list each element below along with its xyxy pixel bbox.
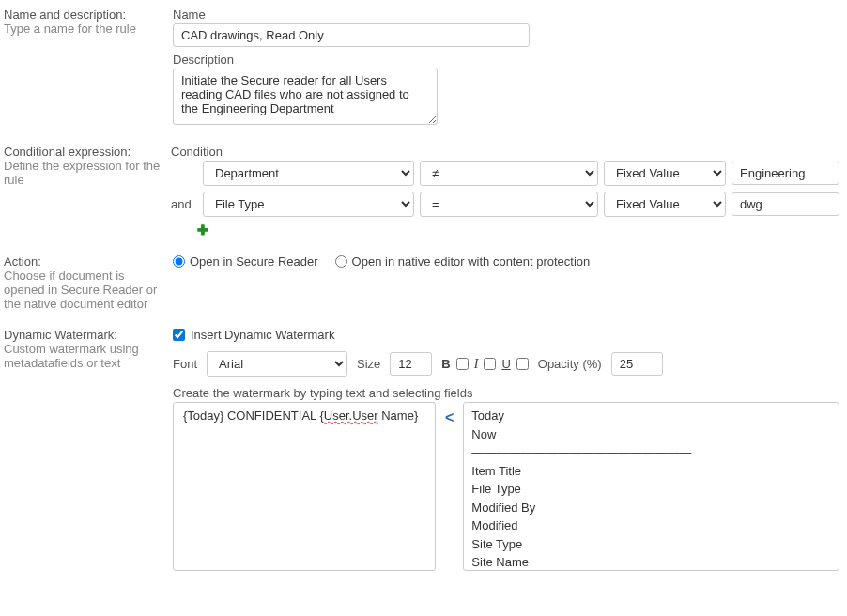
value-type-select[interactable]: Fixed Value: [604, 161, 726, 186]
and-label: and: [171, 197, 197, 211]
opacity-label: Opacity (%): [538, 357, 602, 371]
size-label: Size: [357, 357, 380, 371]
radio-label: Open in native editor with content prote…: [352, 254, 591, 269]
section-subtitle: Define the expression for the rule: [4, 159, 162, 187]
bold-label: B: [441, 357, 450, 371]
section-title: Action:: [4, 254, 163, 269]
radio-native-editor[interactable]: Open in native editor with content prote…: [335, 254, 591, 269]
underline-label: U: [501, 357, 510, 371]
list-item[interactable]: Site Name: [471, 553, 831, 571]
section-subtitle: Custom watermark using metadatafields or…: [4, 342, 163, 370]
font-select[interactable]: Arial: [207, 351, 347, 377]
list-item[interactable]: File Type: [471, 480, 831, 499]
condition-row: Department ≠ Fixed Value: [171, 161, 839, 186]
condition-row: and File Type = Fixed Value: [171, 192, 839, 217]
bold-checkbox[interactable]: [456, 358, 469, 370]
section-name-description: Name and description: Type a name for th…: [4, 8, 839, 128]
description-label: Description: [173, 53, 839, 67]
size-input[interactable]: [390, 352, 432, 376]
name-input[interactable]: [173, 23, 530, 47]
list-item[interactable]: Item Title: [471, 462, 831, 481]
section-watermark: Dynamic Watermark: Custom watermark usin…: [4, 328, 839, 571]
field-list[interactable]: Today Now —————————————————— Item Title …: [463, 402, 839, 571]
radio-label: Open in Secure Reader: [190, 254, 318, 269]
condition-label: Condition: [171, 145, 839, 159]
radio-secure-reader[interactable]: Open in Secure Reader: [173, 254, 318, 269]
font-label: Font: [173, 357, 197, 371]
radio-input[interactable]: [173, 255, 185, 268]
watermark-text-input[interactable]: {Today} CONFIDENTIAL {User.User Name}: [173, 402, 436, 571]
value-input[interactable]: [732, 192, 839, 216]
list-item[interactable]: Site Type: [471, 535, 831, 554]
list-item[interactable]: Today: [471, 407, 831, 425]
attribute-select[interactable]: File Type: [203, 192, 414, 217]
add-condition-icon[interactable]: ✚: [197, 223, 839, 238]
italic-label: I: [474, 357, 479, 372]
insert-watermark-checkbox[interactable]: [173, 329, 185, 341]
section-subtitle: Type a name for the rule: [4, 22, 163, 36]
section-title: Dynamic Watermark:: [4, 328, 163, 342]
insert-field-button[interactable]: <: [441, 409, 457, 426]
operator-select[interactable]: ≠: [420, 161, 598, 186]
section-conditional: Conditional expression: Define the expre…: [4, 145, 839, 238]
list-divider: ——————————————————: [471, 443, 831, 462]
italic-checkbox[interactable]: [484, 358, 496, 370]
list-item[interactable]: Modified: [471, 516, 831, 535]
value-type-select[interactable]: Fixed Value: [604, 192, 726, 217]
underline-checkbox[interactable]: [516, 358, 529, 370]
operator-select[interactable]: =: [420, 192, 598, 217]
section-subtitle: Choose if document is opened in Secure R…: [4, 269, 163, 311]
list-item[interactable]: Now: [471, 425, 831, 444]
attribute-select[interactable]: Department: [203, 161, 414, 186]
opacity-input[interactable]: [611, 352, 663, 376]
watermark-instruct-label: Create the watermark by typing text and …: [173, 386, 839, 400]
description-input[interactable]: Initiate the Secure reader for all Users…: [173, 69, 438, 125]
section-title: Conditional expression:: [4, 145, 162, 159]
insert-watermark-label: Insert Dynamic Watermark: [191, 328, 334, 342]
radio-input[interactable]: [335, 255, 347, 268]
list-item[interactable]: Modified By: [471, 499, 831, 517]
section-title: Name and description:: [4, 8, 163, 22]
section-action: Action: Choose if document is opened in …: [4, 254, 839, 311]
value-input[interactable]: [732, 162, 839, 185]
name-label: Name: [173, 8, 839, 22]
